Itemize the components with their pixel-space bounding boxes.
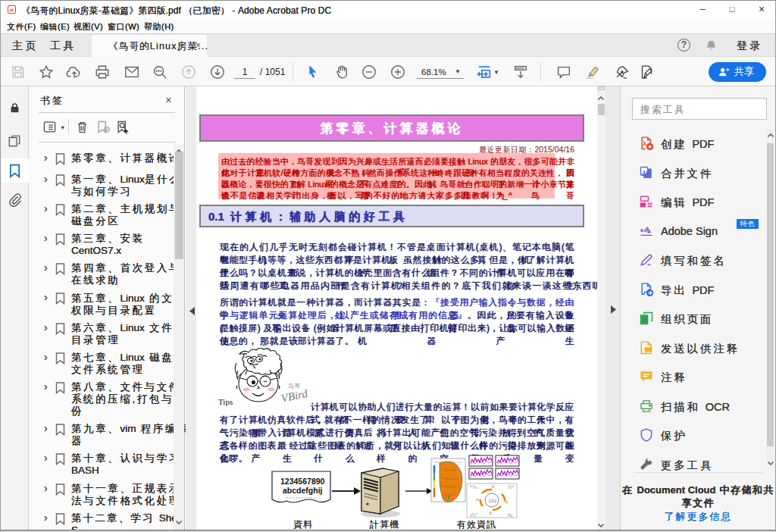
svg-text:PM: PM <box>508 514 512 518</box>
svg-text:CO2: CO2 <box>489 499 497 503</box>
svg-text:1234567890: 1234567890 <box>280 477 325 486</box>
svg-text:NOx: NOx <box>470 484 476 488</box>
svg-text:abcdefghij: abcdefghij <box>283 486 323 495</box>
svg-text:VBird: VBird <box>280 387 308 405</box>
svg-text:VOC: VOC <box>508 484 515 488</box>
svg-text:SOx: SOx <box>470 514 476 518</box>
